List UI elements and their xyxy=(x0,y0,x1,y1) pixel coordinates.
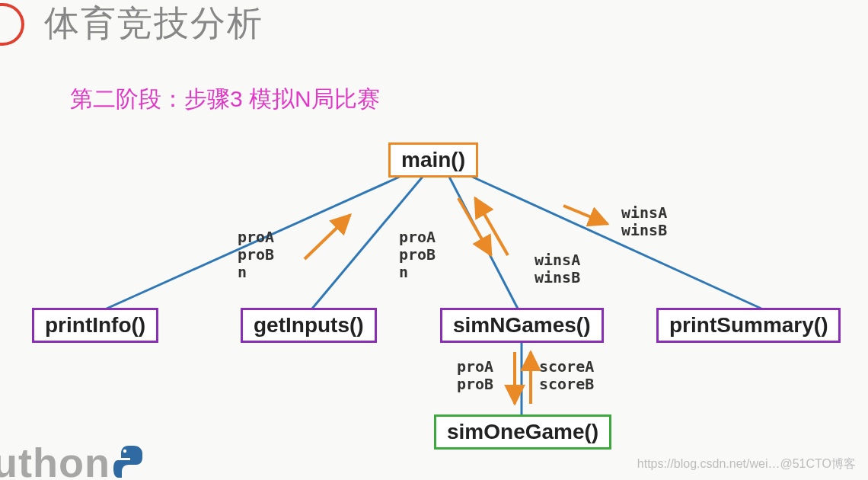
svg-point-11 xyxy=(123,450,126,453)
watermark-text: uthon xyxy=(0,439,110,480)
svg-line-6 xyxy=(458,198,491,255)
credit-watermark: https://blog.csdn.net/wei…@51CTO博客 xyxy=(637,456,856,472)
title-row: 体育竞技分析 xyxy=(0,0,263,47)
svg-line-8 xyxy=(563,206,608,224)
python-logo-watermark: uthon xyxy=(0,439,145,480)
label-simNGames-in: proA proB n xyxy=(399,229,436,281)
label-printSummary-in: winsA winsB xyxy=(621,204,667,239)
label-simOneGame-in: proA proB xyxy=(457,358,493,393)
page-title: 体育竞技分析 xyxy=(44,0,263,47)
bullet-circle-icon xyxy=(0,3,24,46)
node-simOneGame: simOneGame() xyxy=(434,414,611,450)
node-printSummary: printSummary() xyxy=(656,308,841,343)
stage-subtitle: 第二阶段：步骤3 模拟N局比赛 xyxy=(70,84,380,115)
node-simNGames: simNGames() xyxy=(440,308,604,343)
node-getInputs: getInputs() xyxy=(241,308,377,343)
svg-line-7 xyxy=(475,198,508,255)
python-snake-icon xyxy=(113,444,145,480)
label-simNGames-out: winsA winsB xyxy=(535,251,580,286)
node-main: main() xyxy=(388,142,478,178)
label-getInputs-params: proA proB n xyxy=(238,229,274,281)
node-printInfo: printInfo() xyxy=(32,308,158,343)
svg-line-2 xyxy=(449,177,518,309)
svg-line-3 xyxy=(472,177,761,309)
label-simOneGame-out: scoreA scoreB xyxy=(539,358,594,393)
svg-line-5 xyxy=(305,215,350,259)
